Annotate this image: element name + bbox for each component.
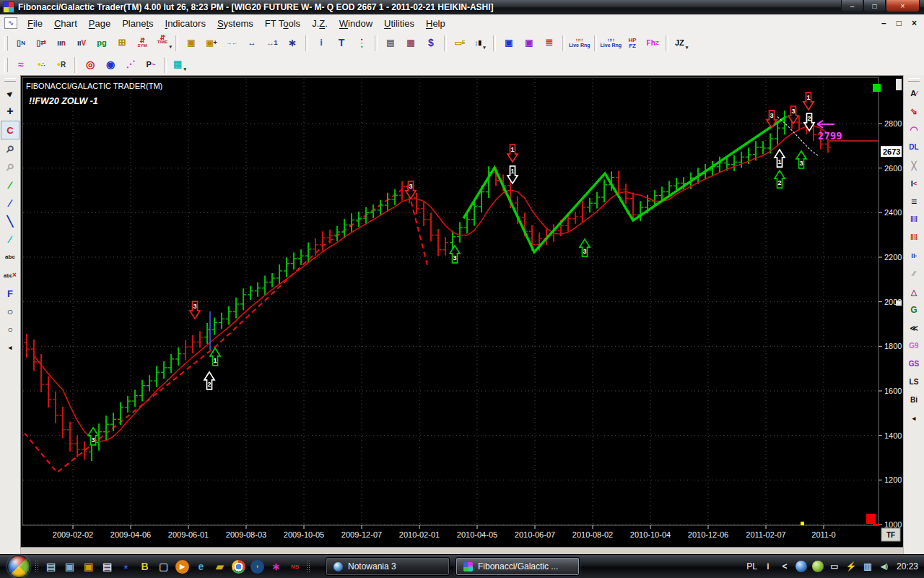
- text-tool-button[interactable]: T: [331, 34, 352, 53]
- text-delete-tool[interactable]: abc×: [1, 267, 19, 284]
- candle-style-button[interactable]: ↕▮▾: [470, 34, 490, 53]
- toolbar-grip[interactable]: [4, 58, 8, 72]
- grid-table-button[interactable]: ▦▾: [170, 56, 190, 74]
- toolbox-grip[interactable]: [908, 78, 920, 82]
- live-range-blue-button[interactable]: ∷∷Live Rng: [600, 34, 623, 53]
- zoom-page-tool[interactable]: ⚲: [1, 140, 19, 158]
- start-button[interactable]: [7, 555, 30, 578]
- planet-aspects-button[interactable]: ●∴: [31, 56, 51, 74]
- menu-page[interactable]: Page: [83, 16, 116, 31]
- ellipse-tool[interactable]: ○: [1, 303, 19, 320]
- taskbar-window-fibonacci[interactable]: Fibonacci/Galactic ...: [456, 557, 580, 576]
- mdi-minimize-button[interactable]: –: [881, 18, 886, 28]
- target-button[interactable]: ◎: [80, 56, 100, 74]
- toolbox-grip[interactable]: [4, 78, 16, 82]
- crosshair-tool[interactable]: +: [1, 103, 19, 120]
- hash-grid-button[interactable]: ≣: [539, 34, 559, 53]
- dropdown-arrow-icon[interactable]: ▾: [183, 67, 186, 74]
- mdi-close-button[interactable]: ×: [912, 18, 917, 28]
- tile-windows-button[interactable]: ▣+: [201, 34, 222, 53]
- tray-app-blue-icon[interactable]: [796, 561, 807, 572]
- aspect-lines-button[interactable]: ⋰: [121, 56, 141, 74]
- live-range-red-button[interactable]: ∷∷Live Rng: [568, 34, 591, 53]
- ruler-button[interactable]: ▭E: [450, 34, 470, 53]
- fan-lines-tool[interactable]: ⇘: [905, 103, 923, 120]
- cross-lines-tool[interactable]: ╳: [905, 157, 923, 174]
- menu-jz[interactable]: J.Z.: [306, 16, 334, 31]
- window-grid-button[interactable]: ⊞: [112, 34, 132, 53]
- gs-tool[interactable]: GS: [905, 355, 923, 373]
- maximize-button[interactable]: □: [863, 0, 886, 12]
- media-player-icon[interactable]: ▶: [175, 560, 189, 574]
- arcs-tool[interactable]: ◠: [905, 121, 923, 138]
- language-indicator[interactable]: PL: [746, 561, 757, 571]
- notepad-icon[interactable]: ▤: [100, 560, 114, 574]
- traffic-light-button[interactable]: ●●●: [352, 34, 372, 53]
- tray-clock-green-icon[interactable]: [812, 561, 824, 572]
- planet-circle-button[interactable]: ◉: [100, 56, 121, 74]
- compress-bars-button[interactable]: →←: [222, 34, 242, 53]
- parallel-lines-tool[interactable]: ∕∕: [905, 265, 923, 282]
- pen-navy-tool[interactable]: ╲: [1, 212, 19, 230]
- explorer-icon[interactable]: ▣: [82, 560, 95, 574]
- waves-button[interactable]: ≈: [11, 56, 31, 74]
- blue-app-icon[interactable]: ⋆: [119, 560, 133, 574]
- b-app-icon[interactable]: B: [138, 560, 152, 574]
- chart-window[interactable]: 33123311333121322799FIBONACCI/GALACTIC T…: [20, 75, 905, 548]
- switch-windows-icon[interactable]: ▣: [63, 560, 77, 574]
- dl-tool[interactable]: DL: [905, 139, 923, 156]
- taskband-grip[interactable]: [306, 560, 311, 573]
- dollar-button[interactable]: $: [421, 34, 441, 53]
- pointer-tool[interactable]: ►: [1, 85, 19, 102]
- tray-collapse-icon[interactable]: <: [779, 561, 790, 572]
- charts-blue-button[interactable]: ▣: [499, 34, 519, 53]
- menu-help[interactable]: Help: [420, 16, 451, 31]
- menu-chart[interactable]: Chart: [48, 16, 83, 31]
- cascade-windows-button[interactable]: ▣: [181, 34, 201, 53]
- planet-retrograde-button[interactable]: ●R: [51, 56, 71, 74]
- gann-g-tool[interactable]: G: [905, 301, 923, 319]
- mdi-restore-button[interactable]: □: [897, 18, 902, 28]
- chart-plot[interactable]: 33123311333121322799FIBONACCI/GALACTIC T…: [21, 76, 902, 544]
- show-desktop-icon[interactable]: ▤: [44, 560, 58, 574]
- vlines-red-tool[interactable]: ‖‖: [905, 229, 923, 246]
- power-plug-icon[interactable]: ⚡: [845, 561, 857, 572]
- new-chart-button[interactable]: ▯N: [11, 34, 31, 53]
- ns-app-icon[interactable]: NS: [288, 560, 302, 574]
- bi-tool[interactable]: Bi: [905, 392, 923, 409]
- charts-purple-button[interactable]: ▣: [519, 34, 539, 53]
- network-icon[interactable]: ▥: [862, 561, 873, 572]
- bars-n-button[interactable]: ıın: [51, 34, 71, 53]
- toolbar-grip[interactable]: [4, 36, 8, 51]
- paint-app-icon[interactable]: ∗: [269, 560, 283, 574]
- angle-tool[interactable]: A∕: [905, 85, 923, 102]
- folder-icon[interactable]: ▰: [213, 560, 227, 574]
- dropdown-arrow-icon[interactable]: ▾: [686, 46, 689, 53]
- menu-window[interactable]: Window: [334, 16, 378, 31]
- impulse-tool[interactable]: I<: [905, 175, 923, 192]
- dropdown-arrow-icon[interactable]: ▾: [169, 45, 172, 52]
- hp-fz-button[interactable]: HPFZ: [622, 34, 642, 53]
- firefox-icon[interactable]: ◗: [250, 560, 264, 574]
- pen-green-tool[interactable]: ∕: [1, 176, 19, 194]
- taskbar-window-notowania[interactable]: Notowania 3: [326, 557, 450, 576]
- menu-planets[interactable]: Planets: [116, 16, 159, 31]
- chrome-icon[interactable]: [232, 560, 245, 574]
- menu-systems[interactable]: Systems: [212, 16, 259, 31]
- page-button[interactable]: pg: [92, 34, 112, 53]
- pen-blue-tool[interactable]: ∕: [1, 194, 19, 212]
- tray-display-icon[interactable]: ▭: [829, 561, 840, 572]
- triangle-tool[interactable]: △: [905, 283, 923, 301]
- pen-cyan-tool[interactable]: ∕: [1, 230, 19, 248]
- time-scale-button[interactable]: ⇵TIME▾: [152, 34, 173, 53]
- overflow-arrow[interactable]: ◂: [905, 410, 923, 427]
- text-abc-tool[interactable]: abc: [1, 249, 19, 266]
- vlines-blue-tool[interactable]: ‖‖: [905, 211, 923, 228]
- quicklaunch-grip[interactable]: [35, 560, 40, 573]
- fibonacci-f-tool[interactable]: F: [1, 285, 19, 302]
- dropdown-arrow-icon[interactable]: ▾: [483, 46, 486, 53]
- center-button[interactable]: ∗: [282, 34, 302, 53]
- mini-chart-tool[interactable]: ıı▪: [905, 247, 923, 264]
- menu-indicators[interactable]: Indicators: [160, 16, 212, 31]
- document-icon[interactable]: ∿: [4, 17, 17, 29]
